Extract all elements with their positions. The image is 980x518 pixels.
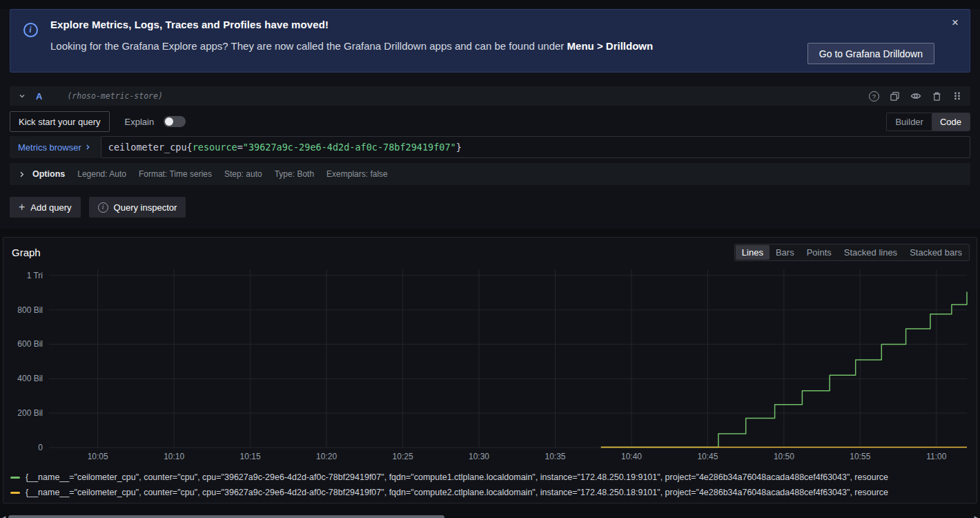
banner-icon-column: i xyxy=(10,10,50,72)
svg-text:600 Bil: 600 Bil xyxy=(17,339,43,349)
svg-text:10:20: 10:20 xyxy=(316,452,337,461)
time-series-chart[interactable]: 0200 Bil400 Bil600 Bil800 Bil1 Tri10:051… xyxy=(10,264,970,466)
query-operator: = xyxy=(237,142,243,153)
plus-icon: + xyxy=(19,202,25,213)
legend-item-compute2[interactable]: {__name__="ceilometer_cpu", counter="cpu… xyxy=(10,485,970,500)
svg-text:11:00: 11:00 xyxy=(926,452,946,461)
svg-text:10:15: 10:15 xyxy=(240,452,261,461)
chart-area: 0200 Bil400 Bil600 Bil800 Bil1 Tri10:051… xyxy=(10,264,970,468)
svg-text:800 Bil: 800 Bil xyxy=(17,305,43,315)
grafana-explore-page: i Explore Metrics, Logs, Traces and Prof… xyxy=(0,9,980,518)
info-icon-glyph: i xyxy=(29,25,31,35)
svg-text:10:35: 10:35 xyxy=(545,452,565,461)
options-format: Format: Time series xyxy=(139,169,212,179)
query-label-name: resource xyxy=(193,142,237,153)
svg-text:0: 0 xyxy=(38,443,43,452)
svg-text:10:30: 10:30 xyxy=(469,452,489,461)
code-mode-button[interactable]: Code xyxy=(932,113,970,131)
metrics-browser-link[interactable]: Metrics browser xyxy=(10,136,101,158)
scrollbar-thumb[interactable] xyxy=(8,515,444,518)
svg-text:10:45: 10:45 xyxy=(697,452,718,461)
query-closing-brace: } xyxy=(456,142,462,153)
banner-content: Explore Metrics, Logs, Traces and Profil… xyxy=(50,10,653,72)
query-inspector-button[interactable]: i Query inspector xyxy=(89,197,186,218)
add-query-label: Add query xyxy=(30,202,71,213)
chevron-right-icon xyxy=(18,171,26,178)
options-type: Type: Both xyxy=(275,169,314,179)
metrics-browser-label: Metrics browser xyxy=(18,142,81,153)
duplicate-query-icon[interactable] xyxy=(890,91,900,102)
mode-bars-button[interactable]: Bars xyxy=(770,245,801,260)
svg-text:10:55: 10:55 xyxy=(850,452,870,461)
promql-query-input[interactable]: ceilometer_cpu{resource="39627a9c-29e6-4… xyxy=(101,136,970,158)
hide-response-eye-icon[interactable] xyxy=(910,90,921,102)
query-toolbar: Kick start your query Explain Builder Co… xyxy=(10,111,970,133)
scroll-right-arrow-icon[interactable]: ► xyxy=(972,513,980,518)
svg-text:1 Tri: 1 Tri xyxy=(27,271,43,280)
remove-query-trash-icon[interactable] xyxy=(932,91,942,102)
mode-stacked-bars-button[interactable]: Stacked bars xyxy=(903,245,968,260)
legend-item-compute1[interactable]: {__name__="ceilometer_cpu", counter="cpu… xyxy=(10,470,970,485)
scrollbar-track[interactable] xyxy=(8,513,972,518)
add-query-button[interactable]: + Add query xyxy=(10,197,81,218)
graph-panel-title: Graph xyxy=(12,247,41,258)
info-icon: i xyxy=(23,23,38,37)
svg-text:10:25: 10:25 xyxy=(393,452,413,461)
mode-points-button[interactable]: Points xyxy=(801,245,838,260)
options-summary: Legend: Auto Format: Time series Step: a… xyxy=(77,169,388,179)
svg-text:10:05: 10:05 xyxy=(88,452,108,461)
builder-mode-button[interactable]: Builder xyxy=(887,113,931,131)
legend-label: {__name__="ceilometer_cpu", counter="cpu… xyxy=(26,472,888,482)
horizontal-scrollbar[interactable]: ◄ ► xyxy=(0,513,980,518)
scroll-left-arrow-icon[interactable]: ◄ xyxy=(0,513,8,518)
options-exemplars: Exemplars: false xyxy=(326,169,388,179)
info-circle-icon: i xyxy=(98,202,108,213)
drag-handle-icon[interactable] xyxy=(952,90,962,102)
query-expression-row: Metrics browser ceilometer_cpu{resource=… xyxy=(10,136,970,158)
svg-text:10:40: 10:40 xyxy=(621,452,642,461)
chart-legend: {__name__="ceilometer_cpu", counter="cpu… xyxy=(10,470,970,500)
go-to-drilldown-button[interactable]: Go to Grafana Drilldown xyxy=(807,43,934,64)
graph-style-mode-group: Lines Bars Points Stacked lines Stacked … xyxy=(734,244,970,261)
banner-body-text: Looking for the Grafana Explore apps? Th… xyxy=(50,40,567,52)
mode-lines-button[interactable]: Lines xyxy=(736,245,770,260)
svg-text:10:10: 10:10 xyxy=(164,452,184,461)
svg-text:400 Bil: 400 Bil xyxy=(17,374,43,383)
options-label: Options xyxy=(32,169,65,179)
query-metric: ceilometer_cpu{ xyxy=(108,142,193,153)
datasource-name: (rhoso-metric-store) xyxy=(67,91,162,101)
banner-body: Looking for the Grafana Explore apps? Th… xyxy=(50,40,653,52)
editor-mode-group: Builder Code xyxy=(886,113,970,131)
svg-text:10:50: 10:50 xyxy=(774,452,794,461)
legend-swatch-yellow xyxy=(10,492,20,494)
banner-title: Explore Metrics, Logs, Traces and Profil… xyxy=(50,19,653,30)
graph-panel: Graph Lines Bars Points Stacked lines St… xyxy=(3,237,977,503)
query-row-header: A (rhoso-metric-store) ? xyxy=(10,86,970,106)
explain-toggle[interactable] xyxy=(164,116,186,127)
explain-label: Explain xyxy=(125,117,155,127)
help-icon[interactable]: ? xyxy=(869,91,879,102)
drilldown-announcement-banner: i Explore Metrics, Logs, Traces and Prof… xyxy=(10,9,970,73)
banner-body-bold: Menu > Drilldown xyxy=(567,40,654,52)
toggle-knob xyxy=(165,117,173,126)
legend-swatch-green xyxy=(10,477,20,479)
explore-query-section: i Explore Metrics, Logs, Traces and Prof… xyxy=(0,9,980,229)
query-row-actions: ? xyxy=(869,90,962,102)
chevron-right-icon xyxy=(84,144,91,151)
query-actions: + Add query i Query inspector xyxy=(10,197,970,218)
collapse-query-chevron-down-icon[interactable] xyxy=(18,92,26,100)
query-options-row[interactable]: Options Legend: Auto Format: Time series… xyxy=(10,163,970,185)
query-ref-id[interactable]: A xyxy=(36,91,42,102)
options-step: Step: auto xyxy=(224,169,262,179)
close-icon[interactable]: × xyxy=(952,17,959,28)
query-label-value: "39627a9c-29e6-4d2d-af0c-78bf29419f07" xyxy=(243,142,456,153)
query-inspector-label: Query inspector xyxy=(114,202,177,213)
legend-label: {__name__="ceilometer_cpu", counter="cpu… xyxy=(26,488,888,497)
svg-text:200 Bil: 200 Bil xyxy=(17,408,43,418)
kick-start-query-button[interactable]: Kick start your query xyxy=(10,111,110,132)
graph-header: Graph Lines Bars Points Stacked lines St… xyxy=(10,243,970,261)
options-legend: Legend: Auto xyxy=(77,169,126,179)
mode-stacked-lines-button[interactable]: Stacked lines xyxy=(838,245,903,260)
